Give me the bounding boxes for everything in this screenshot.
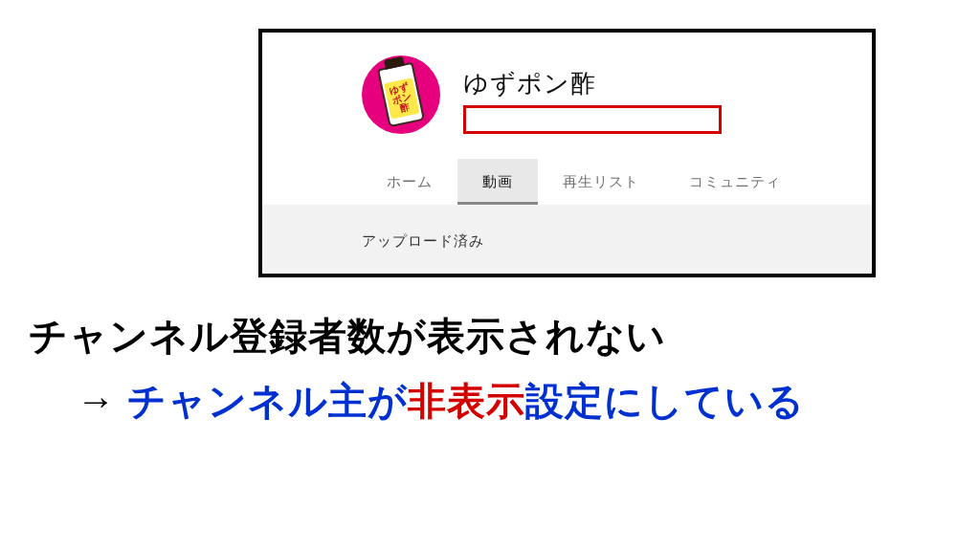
caption-part-a: チャンネル主が <box>127 380 408 422</box>
tab-home[interactable]: ホーム <box>362 159 457 205</box>
channel-header: ゆず ポン酢 ゆずポン酢 ホーム 動画 再生リスト コミュニティ <box>262 33 872 205</box>
tab-community[interactable]: コミュニティ <box>664 159 806 205</box>
caption-line-2: → チャンネル主が非表示設定にしている <box>29 371 951 430</box>
caption-part-b: 非表示 <box>408 380 525 422</box>
tab-videos[interactable]: 動画 <box>457 159 538 205</box>
channel-screenshot-frame: ゆず ポン酢 ゆずポン酢 ホーム 動画 再生リスト コミュニティ アップロード済… <box>258 29 876 277</box>
upload-status-bar: アップロード済み <box>262 205 872 277</box>
channel-avatar[interactable]: ゆず ポン酢 <box>362 55 440 134</box>
avatar-bottle-label: ゆず ポン酢 <box>386 81 417 116</box>
subscriber-count-highlight <box>463 105 722 134</box>
caption-part-c: 設定にしている <box>525 380 805 422</box>
avatar-bottle-icon: ゆず ポン酢 <box>377 62 425 128</box>
arrow-icon: → <box>77 380 116 422</box>
upload-status-text: アップロード済み <box>362 232 484 251</box>
explanation-caption: チャンネル登録者数が表示されない → チャンネル主が非表示設定にしている <box>29 306 951 430</box>
channel-name: ゆずポン酢 <box>463 67 596 100</box>
caption-line-1: チャンネル登録者数が表示されない <box>29 306 951 365</box>
channel-tabs: ホーム 動画 再生リスト コミュニティ <box>362 159 872 205</box>
tab-playlists[interactable]: 再生リスト <box>538 159 664 205</box>
